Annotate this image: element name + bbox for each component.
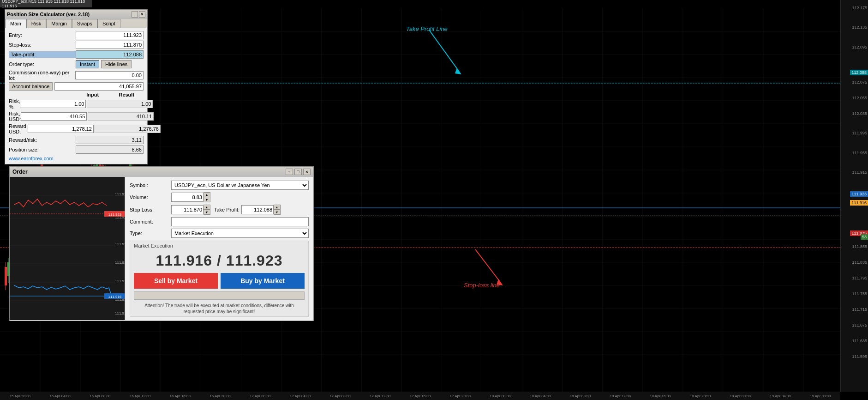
risk-usd-label: Risk, USD: (9, 111, 21, 122)
volume-up-button[interactable]: ▲ (204, 193, 210, 197)
ordertype-row: Order type: Instant Hide lines (9, 60, 144, 68)
commission-row: Commission (one-way) per lot: (9, 70, 144, 81)
commission-input[interactable] (75, 71, 144, 79)
svg-marker-261 (497, 279, 503, 285)
takeprofit-input[interactable] (76, 50, 144, 59)
reward-risk-label: Reward/risk: (9, 137, 76, 143)
risk-pct-result (87, 100, 153, 108)
tp-label: Take Profit: (214, 207, 239, 212)
entry-label: Entry: (9, 32, 76, 38)
volume-spin-buttons: ▲ ▼ (204, 192, 210, 202)
market-exec-label: Market Execution (134, 243, 305, 248)
stoploss-label: Stop-loss: (9, 42, 76, 48)
risk-pct-input[interactable] (20, 100, 86, 108)
tab-main[interactable]: Main (5, 19, 26, 28)
svg-text:111.923: 111.923 (108, 212, 122, 217)
svg-text:111.925: 111.925 (115, 192, 125, 196)
type-select[interactable]: Market Execution (171, 229, 309, 238)
order-minimize-button[interactable]: − (286, 169, 293, 175)
position-size-label: Position size: (9, 147, 76, 152)
tp-down-button[interactable]: ▼ (274, 210, 280, 214)
sl-input[interactable] (171, 205, 204, 214)
svg-text:111.921: 111.921 (115, 242, 125, 246)
balance-input[interactable] (54, 82, 144, 91)
mini-chart-svg: 111.925 111.923 111.921 111.919 111.917 … (10, 177, 125, 320)
psc-titlebar[interactable]: Position Size Calculator (ver. 2.18) _ × (5, 10, 147, 19)
hide-lines-button[interactable]: Hide lines (101, 60, 132, 68)
psc-tabs: Main Risk Margin Swaps Script (5, 19, 147, 28)
minimize-button[interactable]: _ (132, 11, 138, 18)
sl-down-button[interactable]: ▼ (204, 210, 210, 214)
commission-label: Commission (one-way) per lot: (9, 70, 75, 81)
time-axis: 15 Apr 20:00 16 Apr 04:00 16 Apr 08:00 1… (0, 392, 840, 400)
num-badge: 53 (861, 234, 868, 240)
sl-tp-row: Stop Loss: ▲ ▼ Take Profit: ▲ ▼ (130, 205, 309, 215)
risk-pct-label: Risk, %: (9, 98, 20, 109)
input-header: Input (76, 92, 110, 97)
order-close-button[interactable]: × (303, 169, 311, 175)
risk-usd-input[interactable] (21, 112, 87, 121)
reward-usd-label: Reward, USD: (9, 123, 28, 134)
reward-usd-input[interactable] (28, 125, 94, 133)
sell-by-market-button[interactable]: Sell by Market (134, 273, 218, 289)
order-form: Symbol: USDJPY_ecn, US Dollar vs Japanes… (125, 177, 313, 321)
tab-script[interactable]: Script (97, 19, 120, 28)
tab-margin[interactable]: Margin (46, 19, 72, 28)
volume-spin: ▲ ▼ (171, 192, 210, 202)
bid-price: 111.916 (156, 252, 212, 269)
result-header: Result (110, 92, 144, 97)
svg-text:111.916: 111.916 (108, 295, 122, 299)
sl-up-button[interactable]: ▲ (204, 205, 210, 210)
svg-text:111.919: 111.919 (115, 261, 125, 265)
reward-usd-result (95, 125, 161, 133)
order-titlebar-controls: − □ × (286, 169, 311, 175)
order-warning: Attention! The trade will be executed at… (134, 303, 305, 315)
order-progress (134, 291, 305, 300)
psc-title: Position Size Calculator (ver. 2.18) (7, 12, 90, 17)
col-headers: Input Result (9, 92, 144, 97)
reward-risk-row: Reward/risk: (9, 136, 144, 144)
balance-row: Account balance (9, 82, 144, 91)
position-size-value (76, 145, 144, 154)
takeprofit-row: Take-profit: (9, 50, 144, 59)
earnforex-link[interactable]: www.earnforex.com (9, 156, 144, 161)
account-balance-label[interactable]: Account balance (9, 82, 53, 91)
order-mini-chart: USDJPY_ecn 111.925 111.923 111.921 111.9… (10, 177, 125, 320)
ordertype-label: Order type: (9, 61, 76, 67)
sl-label: Stop Loss: (130, 207, 171, 212)
order-restore-button[interactable]: □ (294, 169, 302, 175)
price-display: 111.916 / 111.923 (134, 252, 305, 269)
tp-input[interactable] (241, 205, 274, 214)
symbol-row: Symbol: USDJPY_ecn, US Dollar vs Japanes… (130, 181, 309, 190)
buy-by-market-button[interactable]: Buy by Market (221, 273, 305, 289)
volume-input[interactable] (171, 193, 204, 202)
symbol-select[interactable]: USDJPY_ecn, US Dollar vs Japanese Yen (171, 181, 309, 190)
ask-price: 111.923 (226, 252, 283, 269)
sl-spin: ▲ ▼ (171, 205, 210, 215)
volume-label: Volume: (130, 194, 171, 200)
reward-risk-value (76, 136, 144, 144)
svg-line-260 (475, 249, 501, 283)
risk-usd-result (88, 112, 154, 121)
instant-button[interactable]: Instant (76, 60, 99, 68)
tab-risk[interactable]: Risk (26, 19, 46, 28)
reward-usd-row: Reward, USD: (9, 123, 144, 134)
entry-input[interactable] (76, 31, 144, 39)
tp-up-button[interactable]: ▲ (274, 205, 280, 210)
symbol-label: Symbol: (130, 182, 171, 188)
type-row: Type: Market Execution (130, 229, 309, 238)
order-titlebar[interactable]: Order − □ × (10, 167, 313, 177)
volume-row: Volume: ▲ ▼ (130, 192, 309, 202)
order-body: USDJPY_ecn 111.925 111.923 111.921 111.9… (10, 177, 313, 321)
tab-swaps[interactable]: Swaps (72, 19, 97, 28)
volume-down-button[interactable]: ▼ (204, 197, 210, 202)
position-size-row: Position size: (9, 145, 144, 154)
svg-text:111.917: 111.917 (115, 279, 125, 283)
stoploss-input[interactable] (76, 41, 144, 49)
comment-row: Comment: (130, 217, 309, 226)
type-label: Type: (130, 230, 171, 236)
comment-input[interactable] (171, 217, 309, 226)
close-button[interactable]: × (139, 11, 145, 18)
titlebar-buttons: _ × (132, 11, 145, 18)
stoploss-row: Stop-loss: (9, 41, 144, 49)
